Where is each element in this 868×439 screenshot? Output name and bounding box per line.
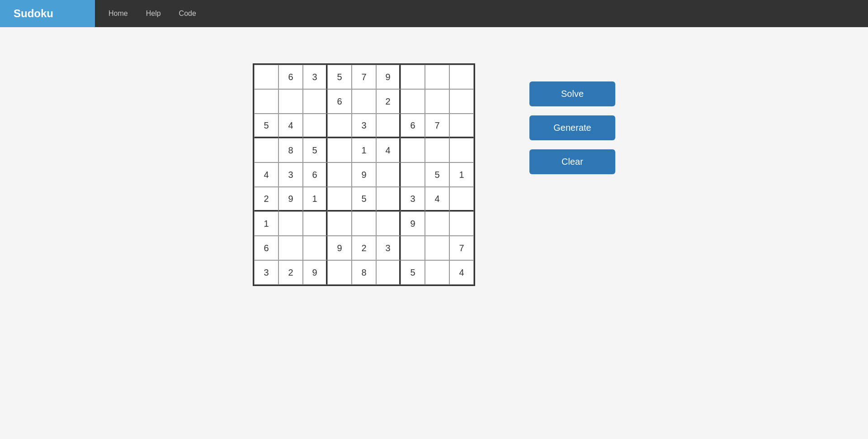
sudoku-cell[interactable] (254, 65, 278, 89)
buttons-container: Solve Generate Clear (529, 63, 615, 174)
clear-button[interactable]: Clear (529, 149, 615, 174)
sudoku-cell[interactable] (376, 162, 401, 187)
sudoku-cell[interactable] (425, 138, 449, 162)
sudoku-cell[interactable]: 6 (327, 89, 352, 114)
sudoku-cell[interactable] (376, 114, 401, 138)
sudoku-cell[interactable] (303, 236, 327, 260)
sudoku-cell[interactable]: 1 (254, 211, 278, 236)
sudoku-cell[interactable] (352, 211, 376, 236)
main-content: 6357962543678514436951291534196923732985… (0, 27, 868, 322)
sudoku-cell[interactable] (449, 65, 474, 89)
sudoku-cell[interactable] (376, 187, 401, 211)
sudoku-cell[interactable] (449, 89, 474, 114)
sudoku-cell[interactable]: 7 (449, 236, 474, 260)
sudoku-cell[interactable]: 9 (401, 211, 425, 236)
sudoku-cell[interactable]: 2 (254, 187, 278, 211)
sudoku-cell[interactable]: 3 (278, 162, 303, 187)
sudoku-cell[interactable] (254, 89, 278, 114)
sudoku-cell[interactable]: 1 (352, 138, 376, 162)
sudoku-cell[interactable]: 9 (278, 187, 303, 211)
sudoku-cell[interactable]: 4 (278, 114, 303, 138)
sudoku-cell[interactable]: 3 (352, 114, 376, 138)
sudoku-cell[interactable] (303, 114, 327, 138)
sudoku-cell[interactable]: 9 (376, 65, 401, 89)
sudoku-cell[interactable] (401, 65, 425, 89)
sudoku-cell[interactable] (425, 260, 449, 285)
sudoku-cell[interactable]: 3 (303, 65, 327, 89)
sudoku-cell[interactable] (327, 162, 352, 187)
sudoku-cell[interactable] (401, 236, 425, 260)
sudoku-cell[interactable] (425, 89, 449, 114)
sudoku-cell[interactable]: 6 (254, 236, 278, 260)
generate-button[interactable]: Generate (529, 115, 615, 140)
sudoku-cell[interactable]: 8 (278, 138, 303, 162)
sudoku-cell[interactable]: 5 (352, 187, 376, 211)
sudoku-cell[interactable] (449, 211, 474, 236)
sudoku-cell[interactable] (352, 89, 376, 114)
sudoku-cell[interactable] (449, 138, 474, 162)
sudoku-cell[interactable]: 3 (376, 236, 401, 260)
sudoku-cell[interactable] (449, 114, 474, 138)
sudoku-cell[interactable]: 1 (303, 187, 327, 211)
code-link[interactable]: Code (175, 10, 201, 18)
help-link[interactable]: Help (142, 10, 165, 18)
sudoku-cell[interactable]: 7 (425, 114, 449, 138)
solve-button[interactable]: Solve (529, 81, 615, 106)
navbar: Sudoku Home Help Code (0, 0, 868, 27)
sudoku-cell[interactable]: 9 (303, 260, 327, 285)
sudoku-cell[interactable] (254, 138, 278, 162)
sudoku-cell[interactable] (327, 260, 352, 285)
sudoku-cell[interactable]: 2 (352, 236, 376, 260)
sudoku-cell[interactable]: 4 (425, 187, 449, 211)
sudoku-cell[interactable]: 6 (303, 162, 327, 187)
sudoku-cell[interactable] (278, 89, 303, 114)
sudoku-cell[interactable]: 1 (449, 162, 474, 187)
sudoku-cell[interactable] (425, 236, 449, 260)
sudoku-cell[interactable] (327, 187, 352, 211)
sudoku-cell[interactable]: 8 (352, 260, 376, 285)
sudoku-cell[interactable] (278, 211, 303, 236)
sudoku-cell[interactable] (425, 65, 449, 89)
sudoku-cell[interactable] (327, 138, 352, 162)
sudoku-cell[interactable]: 5 (303, 138, 327, 162)
sudoku-cell[interactable]: 9 (352, 162, 376, 187)
sudoku-cell[interactable]: 5 (425, 162, 449, 187)
sudoku-cell[interactable]: 4 (449, 260, 474, 285)
sudoku-cell[interactable] (376, 211, 401, 236)
sudoku-cell[interactable]: 5 (327, 65, 352, 89)
sudoku-cell[interactable] (401, 89, 425, 114)
sudoku-cell[interactable]: 3 (401, 187, 425, 211)
sudoku-cell[interactable]: 5 (401, 260, 425, 285)
sudoku-cell[interactable]: 2 (278, 260, 303, 285)
home-link[interactable]: Home (104, 10, 132, 18)
sudoku-cell[interactable] (401, 138, 425, 162)
sudoku-cell[interactable] (376, 260, 401, 285)
app-brand: Sudoku (0, 0, 95, 27)
sudoku-cell[interactable]: 3 (254, 260, 278, 285)
sudoku-cell[interactable]: 7 (352, 65, 376, 89)
navbar-links: Home Help Code (95, 10, 210, 18)
sudoku-cell[interactable]: 9 (327, 236, 352, 260)
sudoku-cell[interactable]: 5 (254, 114, 278, 138)
sudoku-cell[interactable] (425, 211, 449, 236)
sudoku-cell[interactable] (303, 89, 327, 114)
sudoku-cell[interactable]: 4 (376, 138, 401, 162)
sudoku-cell[interactable] (449, 187, 474, 211)
sudoku-cell[interactable] (327, 114, 352, 138)
sudoku-cell[interactable]: 4 (254, 162, 278, 187)
sudoku-cell[interactable]: 2 (376, 89, 401, 114)
sudoku-cell[interactable] (327, 211, 352, 236)
sudoku-cell[interactable]: 6 (401, 114, 425, 138)
sudoku-cell[interactable] (303, 211, 327, 236)
sudoku-cell[interactable] (401, 162, 425, 187)
sudoku-cell[interactable]: 6 (278, 65, 303, 89)
sudoku-grid: 6357962543678514436951291534196923732985… (253, 63, 475, 286)
sudoku-cell[interactable] (278, 236, 303, 260)
brand-title: Sudoku (14, 7, 53, 20)
